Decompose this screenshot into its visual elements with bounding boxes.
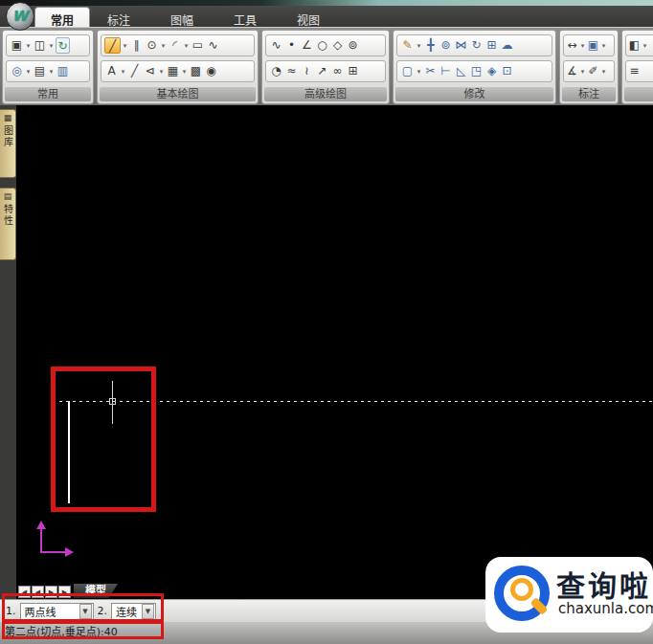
nav-first-icon[interactable]: ◀ xyxy=(18,586,31,598)
drawing-canvas[interactable]: ◀◀▶▶ 模型 xyxy=(16,105,653,599)
hatch-line-icon[interactable]: ╱ xyxy=(127,63,142,79)
ucs-axis-x xyxy=(40,551,67,553)
revision-cloud-icon[interactable]: ☁ xyxy=(500,37,514,54)
corner-edit-icon[interactable]: ⊡ xyxy=(500,63,514,79)
refresh-view-icon[interactable]: ↻ xyxy=(56,37,70,54)
ribbon-group-modify: ✎▾╋⊚⋈↻⊞☁ ▢▾✂⊢◺◳◈⊡ 修改 xyxy=(393,30,556,104)
pie-hatch-icon[interactable]: ◔ xyxy=(269,63,283,79)
copy-icon[interactable]: ◫ xyxy=(33,37,47,54)
app-logo-icon[interactable]: W xyxy=(6,2,34,31)
zoom-icon[interactable]: ◎ xyxy=(10,63,24,79)
ribbon-group-partial: ◧▾ ≡ xyxy=(621,30,653,104)
option1-number: 1. xyxy=(6,605,16,617)
dropdown-arrow-icon[interactable]: ▾ xyxy=(579,68,586,76)
rubber-band-dotted-line xyxy=(59,401,653,402)
ribbon-group-label: 修改 xyxy=(395,87,553,101)
dropdown-arrow-icon[interactable]: ▾ xyxy=(642,42,648,50)
ucs-axis-x-arrow xyxy=(65,547,74,557)
command-prompt-text: 第二点(切点,垂足点):40 xyxy=(5,626,118,638)
edit-dimension-icon[interactable]: ✐ xyxy=(586,63,600,79)
paste-icon[interactable]: ▣ xyxy=(10,37,24,54)
dropdown-arrow-icon[interactable]: ▾ xyxy=(48,42,55,50)
dropdown-arrow-icon[interactable]: ▾ xyxy=(25,68,32,76)
ribbon-group-basic-draw: ╱▾∥⊙▾◜▾▭∿ A▾╱⊲▾▦▾▩◉ 基本绘图 xyxy=(97,30,259,104)
display-settings-icon[interactable]: ▥ xyxy=(56,63,70,79)
contour-tool-icon[interactable]: ∞ xyxy=(330,63,345,79)
sidebar-tab-properties[interactable]: ▤ 特性 xyxy=(0,188,16,260)
explode-icon[interactable]: ◈ xyxy=(484,63,499,79)
nav-last-icon[interactable]: ▶ xyxy=(58,586,71,598)
symbol-stamp-icon[interactable]: ◉ xyxy=(204,63,218,79)
dropdown-arrow-icon[interactable]: ▾ xyxy=(158,68,165,76)
text-tool-icon[interactable]: A xyxy=(104,63,119,79)
dropdown-arrow-icon[interactable]: ▾ xyxy=(120,68,126,76)
ribbon-group-label: 常用 xyxy=(5,87,91,101)
lineweight-icon[interactable]: ≡ xyxy=(627,63,642,79)
dropdown-arrow-icon[interactable]: ▾ xyxy=(25,42,32,50)
image-label-icon[interactable]: ▣ xyxy=(586,37,600,54)
dropdown-arrow-icon[interactable]: ▾ xyxy=(160,42,167,50)
watermark-domain: chaxunla.com xyxy=(558,600,653,617)
angle-line-icon[interactable]: ∠ xyxy=(300,37,314,54)
ribbon-group-common: ▣▾◫▾↻ ◎▾▤▾▥ 常用 xyxy=(2,30,94,104)
mirror-icon[interactable]: ⋈ xyxy=(454,37,468,54)
dropdown-arrow-icon[interactable]: ▾ xyxy=(416,68,422,76)
nav-next-icon[interactable]: ▶ xyxy=(45,586,57,598)
table-stamp-icon[interactable]: ▦ xyxy=(166,63,180,79)
hatch-fill-icon[interactable]: ▩ xyxy=(189,63,203,79)
coordinate-dimension-icon[interactable]: ∡ xyxy=(565,63,579,79)
point-tool-icon[interactable]: • xyxy=(284,37,299,54)
block-insert-icon[interactable]: ▤ xyxy=(33,63,47,79)
rotate-icon[interactable]: ↻ xyxy=(469,37,484,54)
section-line-icon[interactable]: ≀ xyxy=(300,63,314,79)
dropdown-arrow-icon[interactable]: ▾ xyxy=(579,42,586,50)
dropdown-arrow-icon[interactable]: ▾ xyxy=(416,42,422,50)
gear-symbol-icon[interactable]: ⊚ xyxy=(346,37,360,54)
parallel-line-icon[interactable]: ∥ xyxy=(129,37,144,54)
polygon-tool-icon[interactable]: ◇ xyxy=(330,37,345,54)
rectangle-tool-icon[interactable]: ▭ xyxy=(191,37,205,54)
watermark: 查询啦 chaxunla.com xyxy=(485,557,653,633)
model-space-tab[interactable]: 模型 xyxy=(74,584,118,598)
sidebar-tab-label: 特性 xyxy=(1,204,15,227)
dropdown-arrow-icon[interactable]: ▾ xyxy=(600,68,607,76)
copy-objects-icon[interactable]: ⊚ xyxy=(439,37,453,54)
sheet-icon[interactable]: ◧ xyxy=(627,37,642,54)
formula-curve-icon[interactable]: ⊞ xyxy=(346,63,360,79)
array-icon[interactable]: ⊞ xyxy=(484,37,499,54)
continuity-value: 连续 xyxy=(112,604,141,619)
trim-icon[interactable]: ✂ xyxy=(423,63,438,79)
stretch-icon[interactable]: ◳ xyxy=(469,63,484,79)
watermark-magnifier-lens-icon xyxy=(510,578,533,601)
extend-icon[interactable]: ⊢ xyxy=(439,63,453,79)
dropdown-arrow-icon[interactable]: ▾ xyxy=(48,68,55,76)
sidebar-tab-library[interactable]: ▦ 图库 xyxy=(0,109,16,178)
continuity-combobox[interactable]: 连续 ▼ xyxy=(111,603,156,620)
chevron-down-icon[interactable]: ▼ xyxy=(79,604,92,619)
chevron-down-icon[interactable]: ▼ xyxy=(142,604,154,619)
circle-tool-icon[interactable]: ⊙ xyxy=(145,37,159,54)
ribbon-group-label: 高级绘图 xyxy=(264,87,387,101)
ucs-axis-y-arrow xyxy=(36,521,46,529)
dropdown-arrow-icon[interactable]: ▾ xyxy=(181,68,188,76)
nav-prev-icon[interactable]: ◀ xyxy=(32,586,44,598)
erase-brush-icon[interactable]: ✎ xyxy=(400,37,415,54)
ellipse-tool-icon[interactable]: ○ xyxy=(315,37,329,54)
spline-tool-icon[interactable]: ∿ xyxy=(269,37,283,54)
dropdown-arrow-icon[interactable]: ▾ xyxy=(183,42,190,50)
scale-icon[interactable]: ▢ xyxy=(400,63,415,79)
dropdown-arrow-icon[interactable]: ▾ xyxy=(600,42,607,50)
chamfer-icon[interactable]: ◺ xyxy=(454,63,468,79)
drawn-vertical-line xyxy=(68,401,70,503)
line-tool-icon[interactable]: ╱ xyxy=(104,37,121,54)
application-window: W 常用 标注 图幅 工具 视图 ▣▾◫▾↻ ◎▾▤▾▥ 常用 ╱▾∥⊙▾◜▾▭… xyxy=(0,0,653,644)
leader-tool-icon[interactable]: ⊲ xyxy=(143,63,157,79)
dimension-icon[interactable]: ↔ xyxy=(565,37,579,54)
polyline-tool-icon[interactable]: ∿ xyxy=(206,37,220,54)
arrow-tool-icon[interactable]: ↗ xyxy=(315,63,329,79)
wave-line-icon[interactable]: ≈ xyxy=(284,63,299,79)
line-mode-combobox[interactable]: 两点线 ▼ xyxy=(20,603,94,620)
arc-tool-icon[interactable]: ◜ xyxy=(168,37,182,54)
move-icon[interactable]: ╋ xyxy=(423,37,438,54)
dropdown-arrow-icon[interactable]: ▾ xyxy=(122,42,128,50)
